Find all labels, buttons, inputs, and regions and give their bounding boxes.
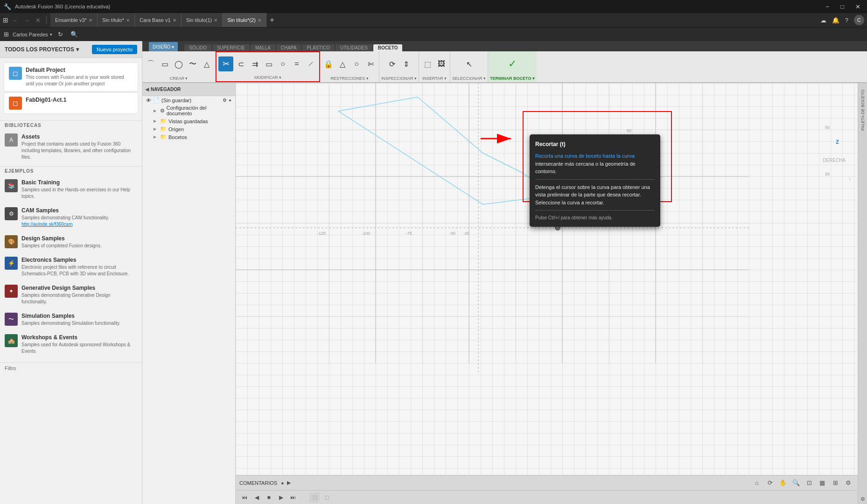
library-cam[interactable]: ⚙ CAM Samples Samples demonstrating CAM … xyxy=(0,203,142,231)
circle-tool3[interactable]: ○ xyxy=(350,57,363,70)
minimize-button[interactable]: − xyxy=(823,3,832,10)
tab-sin-titulo[interactable]: Sin título* ✕ xyxy=(98,13,135,27)
library-basic-training[interactable]: 📚 Basic Training Samples used in the Han… xyxy=(0,175,142,203)
terminar-label[interactable]: TERMINAR BOCETO ▾ xyxy=(490,76,535,81)
circle-tool[interactable]: ◯ xyxy=(172,57,185,70)
tab-ensamble[interactable]: Ensamble v3* ✕ xyxy=(50,13,98,27)
tab-close-sin-titulo[interactable]: ✕ xyxy=(126,18,130,23)
nav-stop[interactable]: ■ xyxy=(264,492,274,503)
library-desc-cam: Samples demonstrating CAM functionality.… xyxy=(21,215,109,228)
tab-close-ensamble[interactable]: ✕ xyxy=(89,18,92,23)
grid-btn[interactable]: ⊞ xyxy=(830,477,841,489)
settings-cog[interactable]: ⚙ xyxy=(843,477,854,489)
display-btn[interactable]: ▦ xyxy=(817,477,828,489)
tab-plastico[interactable]: PLÁSTICO xyxy=(302,44,334,51)
tree-doc-settings[interactable]: ▶ ⚙ Configuración del documento xyxy=(150,104,235,117)
close-button[interactable]: ✕ xyxy=(853,3,863,10)
triangle-tool[interactable]: △ xyxy=(200,57,213,70)
measure-icon[interactable]: ⇕ xyxy=(399,57,413,70)
user-avatar[interactable]: C xyxy=(854,15,864,25)
library-assets[interactable]: A Assets Project that contains assets us… xyxy=(0,130,142,164)
design-dropdown[interactable]: DISEÑO ▾ xyxy=(149,42,178,51)
equal-tool[interactable]: = xyxy=(290,57,303,70)
image-icon[interactable]: 🖼 xyxy=(435,57,448,70)
tree-bocetos[interactable]: ▶ 📁 Bocetos xyxy=(150,133,235,141)
paleta-boceto-label[interactable]: PALETA DE BOCETO xyxy=(860,87,866,133)
fit-btn[interactable]: ⊡ xyxy=(804,477,815,489)
arc-tool[interactable]: ⌒ xyxy=(144,57,157,70)
tab-close-sin-titulo-2[interactable]: ✕ xyxy=(258,18,261,23)
extend-tool[interactable]: ⇉ xyxy=(248,57,261,70)
project-fabdig[interactable]: ◻ FabDig01-Act.1 xyxy=(4,92,138,114)
library-workshops[interactable]: 🏫 Workshops & Events Samples used for Au… xyxy=(0,330,142,358)
library-design-samples[interactable]: 🎨 Design Samples Samples of completed Fu… xyxy=(0,231,142,253)
comments-dot: ● xyxy=(281,480,284,486)
tab-utilidades[interactable]: UTILIDADES xyxy=(336,44,372,51)
tab-sin-titulo-2[interactable]: Sin título*(2) ✕ xyxy=(223,13,266,27)
nav-first[interactable]: ⏮ xyxy=(239,492,250,503)
project-default[interactable]: ◻ Default Project This comes with Fusion… xyxy=(4,63,138,91)
spline-tool[interactable]: 〜 xyxy=(186,57,199,70)
sync-icon[interactable]: ↻ xyxy=(56,30,65,39)
tree-saved-views[interactable]: ▶ 📁 Vistas guardadas xyxy=(150,117,235,125)
tab-solido[interactable]: SÓLIDO xyxy=(184,44,211,51)
canvas-area[interactable]: -125 -100 -75 -50 -25 50 25 50 25 xyxy=(236,83,858,475)
nav-forward-button[interactable]: → xyxy=(22,17,32,24)
bibliotecas-label: BIBLIOTECAS xyxy=(0,120,142,130)
settings-gear[interactable]: ⚙ xyxy=(223,98,227,103)
offset-tool[interactable]: ⊂ xyxy=(234,57,247,70)
library-electronics[interactable]: ⚡ Electronics Samples Electronic project… xyxy=(0,253,142,281)
maximize-button[interactable]: □ xyxy=(838,3,847,10)
trim-tool[interactable]: ✂ xyxy=(218,56,233,71)
nav-sketch1[interactable]: ⬚ xyxy=(309,492,320,503)
tab-chapa[interactable]: CHAPA xyxy=(276,44,301,51)
scissors-tool[interactable]: ✄ xyxy=(364,57,377,70)
nav-back-button[interactable]: ← xyxy=(10,17,20,24)
circle-tool2[interactable]: ○ xyxy=(276,57,289,70)
projects-dropdown[interactable]: TODOS LOS PROYECTOS ▾ xyxy=(5,46,79,53)
nav-sketch2[interactable]: ⬚ xyxy=(322,492,332,503)
insert-icon[interactable]: ⬚ xyxy=(421,57,434,70)
lock-tool[interactable]: 🔒 xyxy=(322,57,335,70)
home-view-btn[interactable]: ⌂ xyxy=(751,477,762,489)
help-icon[interactable]: ? xyxy=(845,17,848,24)
rectangle-tool2[interactable]: ▭ xyxy=(262,57,275,70)
separator xyxy=(46,16,47,24)
triangle-tool2[interactable]: △ xyxy=(336,57,349,70)
zoom-btn[interactable]: 🔍 xyxy=(790,477,802,489)
select-icon[interactable]: ↖ xyxy=(462,57,475,70)
tree-root[interactable]: 👁 📄 (Sin guardar) ⚙ ● xyxy=(142,96,235,104)
add-tab-button[interactable]: + xyxy=(266,13,278,27)
comments-arrow[interactable]: ▶ xyxy=(287,480,291,486)
tab-close-cara-base[interactable]: ✕ xyxy=(173,18,176,23)
slash-tool[interactable]: ⟋ xyxy=(304,57,317,70)
tab-superficie[interactable]: SUPERFICIE xyxy=(212,44,250,51)
notifications-icon[interactable]: 🔔 xyxy=(832,17,839,24)
rectangle-tool[interactable]: ▭ xyxy=(158,57,171,70)
tab-sin-titulo-1[interactable]: Sin titulo(1) ✕ xyxy=(182,13,223,27)
nav-last[interactable]: ⏭ xyxy=(288,492,298,503)
tree-origin[interactable]: ▶ 📁 Origen xyxy=(150,125,235,133)
navigator-collapse[interactable]: ◀ xyxy=(145,86,149,92)
sidebar-header: TODOS LOS PROYECTOS ▾ Nuevo proyecto xyxy=(0,41,142,58)
library-simulation[interactable]: 〜 Simulation Samples Samples demonstrati… xyxy=(0,309,142,330)
user-menu[interactable]: Carlos Paredes ▾ xyxy=(13,32,52,37)
grid-icon[interactable]: ⊞ xyxy=(3,16,8,24)
pan-btn[interactable]: ✋ xyxy=(777,477,789,489)
close-icon[interactable]: ✕ xyxy=(34,17,42,24)
library-generative[interactable]: ✦ Generative Design Samples Samples demo… xyxy=(0,281,142,309)
nav-prev[interactable]: ◀ xyxy=(252,492,262,503)
tab-malla[interactable]: MALLA xyxy=(251,44,275,51)
right-panel-settings[interactable]: ⚙ xyxy=(859,494,867,504)
search-icon[interactable]: 🔍 xyxy=(69,30,80,39)
tab-boceto[interactable]: BOCETO xyxy=(373,44,403,51)
nav-play[interactable]: ▶ xyxy=(276,492,286,503)
seleccionar-icons: ↖ xyxy=(452,52,486,76)
new-project-button[interactable]: Nuevo proyecto xyxy=(92,45,137,54)
orbit-btn[interactable]: ⟳ xyxy=(764,477,776,489)
tab-close-sin-titulo-1[interactable]: ✕ xyxy=(214,18,217,23)
expand-bocetos: ▶ xyxy=(154,135,158,139)
tab-cara-base[interactable]: Cara Base v1 ✕ xyxy=(135,13,182,27)
inspect-icon[interactable]: ⟳ xyxy=(385,57,399,70)
crear-icons: ⌒ ▭ ◯ 〜 △ xyxy=(144,52,213,76)
